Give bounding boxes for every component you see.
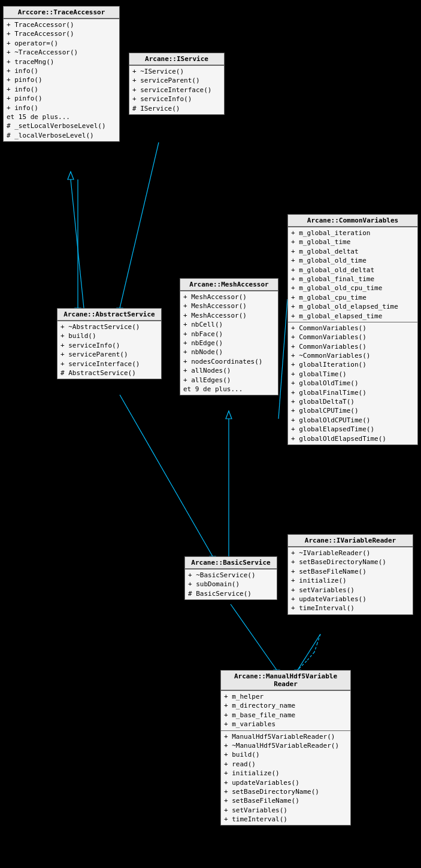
uml-box-meshAccessor: Arcane::MeshAccessor+ MeshAccessor()+ Me… bbox=[180, 278, 278, 395]
uml-box-item: + serviceInterface() bbox=[60, 360, 158, 368]
uml-box-item: + CommonVariables() bbox=[291, 333, 414, 342]
uml-box-item: + m_global_old_deltat bbox=[291, 266, 414, 275]
uml-box-section-traceAccessor-0: + TraceAccessor()+ TraceAccessor()+ oper… bbox=[4, 19, 119, 141]
uml-box-item: + nbCell() bbox=[183, 320, 275, 329]
uml-box-item: + setBaseDirectoryName() bbox=[291, 558, 410, 567]
uml-box-iService: Arcane::IService+ ~IService()+ servicePa… bbox=[129, 53, 225, 115]
uml-box-item: + globalElapsedTime() bbox=[291, 425, 414, 434]
uml-box-manualHdf5: Arcane::ManualHdf5VariableReader+ m_help… bbox=[220, 670, 351, 826]
svg-line-16 bbox=[278, 299, 287, 419]
uml-box-item: + globalDeltaT() bbox=[291, 397, 414, 406]
uml-box-item: # _localVerboseLevel() bbox=[7, 131, 116, 140]
uml-box-item: + m_variables bbox=[224, 720, 347, 729]
uml-box-item: + globalTime() bbox=[291, 370, 414, 379]
uml-box-header-abstractService: Arcane::AbstractService bbox=[57, 309, 161, 321]
uml-box-section-iVariableReader-0: + ~IVariableReader()+ setBaseDirectoryNa… bbox=[288, 547, 413, 614]
uml-box-item: + m_global_old_time bbox=[291, 256, 414, 265]
uml-box-item: + m_directory_name bbox=[224, 701, 347, 710]
uml-box-item: + TraceAccessor() bbox=[7, 20, 116, 29]
svg-line-17 bbox=[71, 179, 84, 308]
uml-box-item: + ~IService() bbox=[132, 67, 221, 76]
uml-box-section-basicService-0: + ~BasicService()+ subDomain()# BasicSer… bbox=[185, 569, 277, 599]
uml-box-item: + globalOldTime() bbox=[291, 379, 414, 388]
uml-box-item: + m_global_cpu_time bbox=[291, 293, 414, 302]
uml-box-item: + ~AbstractService() bbox=[60, 322, 158, 331]
uml-box-item: + serviceInfo() bbox=[132, 95, 221, 103]
svg-line-12 bbox=[314, 643, 317, 652]
uml-box-item: + TraceAccessor() bbox=[7, 29, 116, 38]
uml-box-item: + serviceParent() bbox=[132, 76, 221, 85]
uml-box-item: + m_global_iteration bbox=[291, 229, 414, 237]
uml-box-item: + globalOldCPUTime() bbox=[291, 416, 414, 425]
uml-box-item: + pinfo() bbox=[7, 75, 116, 84]
uml-box-item: + m_base_file_name bbox=[224, 711, 347, 720]
svg-line-8 bbox=[231, 604, 277, 670]
uml-box-item: + subDomain() bbox=[188, 580, 274, 589]
uml-box-item: + ~CommonVariables() bbox=[291, 351, 414, 360]
uml-box-item: + globalOldElapsedTime() bbox=[291, 434, 414, 443]
uml-box-item: + build() bbox=[224, 750, 347, 759]
uml-box-item: + operator=() bbox=[7, 39, 116, 48]
uml-box-item: + ~BasicService() bbox=[188, 571, 274, 580]
uml-box-item: + allEdges() bbox=[183, 376, 275, 385]
uml-box-header-iService: Arcane::IService bbox=[129, 53, 224, 65]
uml-box-item: + m_global_elapsed_time bbox=[291, 312, 414, 321]
uml-box-item: + updateVariables() bbox=[224, 778, 347, 787]
uml-box-item: + info() bbox=[7, 85, 116, 94]
uml-box-item: + setBaseFileName() bbox=[291, 567, 410, 576]
uml-box-item: + m_global_old_cpu_time bbox=[291, 284, 414, 293]
uml-box-item: + allNodes() bbox=[183, 366, 275, 375]
uml-box-item: + timeInterval() bbox=[224, 815, 347, 824]
uml-box-item: + nodesCoordinates() bbox=[183, 357, 275, 366]
svg-line-6 bbox=[120, 395, 213, 556]
uml-box-item: + m_helper bbox=[224, 692, 347, 701]
svg-marker-5 bbox=[226, 411, 232, 419]
uml-box-item: et 15 de plus... bbox=[7, 112, 116, 121]
uml-box-item: + MeshAccessor() bbox=[183, 311, 275, 320]
uml-box-item: + nbEdge() bbox=[183, 339, 275, 348]
uml-box-item: + globalFinalTime() bbox=[291, 388, 414, 397]
uml-box-header-basicService: Arcane::BasicService bbox=[185, 557, 277, 569]
uml-box-item: + CommonVariables() bbox=[291, 342, 414, 351]
uml-box-item: + setVariables() bbox=[224, 806, 347, 815]
uml-box-section-meshAccessor-0: + MeshAccessor()+ MeshAccessor()+ MeshAc… bbox=[180, 291, 278, 395]
svg-line-13 bbox=[307, 652, 314, 661]
uml-box-item: + nbFace() bbox=[183, 330, 275, 339]
uml-box-item: + timeInterval() bbox=[291, 604, 410, 613]
uml-box-item: et 9 de plus... bbox=[183, 385, 275, 394]
uml-box-basicService: Arcane::BasicService+ ~BasicService()+ s… bbox=[184, 556, 277, 600]
uml-box-item: + setBaseFileName() bbox=[224, 796, 347, 805]
uml-box-item: + m_global_final_time bbox=[291, 275, 414, 284]
uml-box-header-iVariableReader: Arcane::IVariableReader bbox=[288, 535, 413, 547]
uml-box-item: # IService() bbox=[132, 104, 221, 113]
uml-box-header-commonVariables: Arcane::CommonVariables bbox=[288, 215, 417, 227]
uml-box-item: + serviceParent() bbox=[60, 350, 158, 359]
uml-box-item: + nbNode() bbox=[183, 348, 275, 357]
uml-box-item: + m_global_old_elapsed_time bbox=[291, 302, 414, 311]
uml-box-item: + updateVariables() bbox=[291, 595, 410, 604]
uml-box-item: + initialize() bbox=[291, 576, 410, 585]
uml-box-section-manualHdf5-0: + m_helper+ m_directory_name+ m_base_fil… bbox=[221, 690, 350, 730]
uml-box-header-manualHdf5: Arcane::ManualHdf5VariableReader bbox=[221, 671, 350, 690]
uml-box-traceAccessor: Arccore::TraceAccessor+ TraceAccessor()+… bbox=[3, 6, 120, 142]
uml-box-section-manualHdf5-1: + ManualHdf5VariableReader()+ ~ManualHdf… bbox=[221, 730, 350, 826]
uml-box-section-iService-0: + ~IService()+ serviceParent()+ serviceI… bbox=[129, 65, 224, 114]
uml-box-commonVariables: Arcane::CommonVariables+ m_global_iterat… bbox=[287, 214, 418, 445]
uml-box-item: # _setLocalVerboseLevel() bbox=[7, 121, 116, 130]
uml-box-item: + read() bbox=[224, 760, 347, 769]
uml-box-header-traceAccessor: Arccore::TraceAccessor bbox=[4, 7, 119, 19]
uml-box-item: + info() bbox=[7, 103, 116, 112]
svg-line-11 bbox=[317, 634, 320, 643]
svg-line-14 bbox=[298, 661, 307, 670]
uml-box-abstractService: Arcane::AbstractService+ ~AbstractServic… bbox=[57, 308, 162, 379]
uml-box-item: # BasicService() bbox=[188, 589, 274, 598]
uml-box-item: + traceMng() bbox=[7, 57, 116, 66]
uml-box-item: + MeshAccessor() bbox=[183, 301, 275, 310]
uml-box-header-meshAccessor: Arcane::MeshAccessor bbox=[180, 279, 278, 291]
svg-line-2 bbox=[120, 142, 159, 308]
svg-line-10 bbox=[298, 634, 320, 670]
uml-box-item: + m_global_time bbox=[291, 237, 414, 246]
uml-box-item: + ~TraceAccessor() bbox=[7, 48, 116, 57]
uml-box-item: + build() bbox=[60, 331, 158, 340]
svg-marker-18 bbox=[68, 172, 74, 179]
